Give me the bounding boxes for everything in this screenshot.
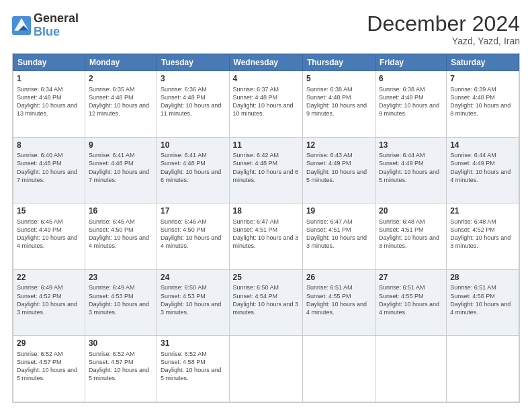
sunset-label: Sunset: 4:48 PM — [161, 160, 206, 167]
calendar-cell: 30 Sunrise: 6:52 AM Sunset: 4:57 PM Dayl… — [85, 336, 157, 402]
sunset-label: Sunset: 4:48 PM — [450, 94, 495, 101]
day-number: 10 — [161, 140, 225, 151]
sunrise-label: Sunrise: 6:38 AM — [379, 86, 425, 93]
day-number: 21 — [450, 206, 515, 217]
calendar-cell: 3 Sunrise: 6:36 AM Sunset: 4:48 PM Dayli… — [157, 71, 229, 138]
day-detail: Sunrise: 6:41 AM Sunset: 4:48 PM Dayligh… — [89, 151, 153, 184]
calendar-cell — [375, 336, 447, 402]
day-detail: Sunrise: 6:51 AM Sunset: 4:55 PM Dayligh… — [306, 283, 371, 316]
daylight-label: Daylight: 10 hours and 5 minutes. — [306, 169, 367, 183]
day-number: 26 — [306, 273, 371, 283]
calendar-header: Sunday Monday Tuesday Wednesday Thursday… — [13, 54, 519, 71]
sunrise-label: Sunrise: 6:52 AM — [17, 351, 63, 357]
sunset-label: Sunset: 4:53 PM — [161, 293, 206, 300]
day-detail: Sunrise: 6:35 AM Sunset: 4:48 PM Dayligh… — [89, 85, 153, 118]
logo-icon — [12, 16, 31, 35]
sunrise-label: Sunrise: 6:50 AM — [161, 284, 207, 291]
daylight-label: Daylight: 10 hours and 4 minutes. — [379, 301, 439, 316]
sunset-label: Sunset: 4:57 PM — [89, 359, 134, 365]
col-wednesday: Wednesday — [229, 54, 302, 71]
calendar-cell: 1 Sunrise: 6:34 AM Sunset: 4:48 PM Dayli… — [13, 71, 85, 138]
sunset-label: Sunset: 4:48 PM — [17, 160, 62, 167]
sunset-label: Sunset: 4:48 PM — [233, 94, 278, 101]
day-number: 17 — [161, 206, 225, 217]
calendar-cell: 22 Sunrise: 6:49 AM Sunset: 4:52 PM Dayl… — [13, 269, 85, 336]
daylight-label: Daylight: 10 hours and 4 minutes. — [306, 301, 367, 316]
sunset-label: Sunset: 4:58 PM — [161, 359, 206, 365]
day-number: 8 — [17, 140, 81, 151]
day-detail: Sunrise: 6:51 AM Sunset: 4:56 PM Dayligh… — [450, 283, 515, 316]
calendar-cell: 15 Sunrise: 6:45 AM Sunset: 4:49 PM Dayl… — [13, 203, 85, 270]
day-number: 22 — [17, 273, 81, 283]
sunrise-label: Sunrise: 6:38 AM — [306, 86, 353, 93]
daylight-label: Daylight: 10 hours and 12 minutes. — [89, 102, 149, 117]
sunset-label: Sunset: 4:49 PM — [306, 160, 351, 167]
calendar-cell: 7 Sunrise: 6:39 AM Sunset: 4:48 PM Dayli… — [447, 71, 519, 138]
calendar-cell — [302, 336, 375, 402]
title-block: December 2024 Yazd, Yazd, Iran — [367, 12, 520, 46]
sunrise-label: Sunrise: 6:48 AM — [379, 218, 425, 225]
calendar-cell: 24 Sunrise: 6:50 AM Sunset: 4:53 PM Dayl… — [157, 269, 229, 336]
sunset-label: Sunset: 4:48 PM — [306, 94, 351, 101]
day-number: 7 — [450, 74, 515, 85]
sunrise-label: Sunrise: 6:50 AM — [233, 284, 279, 291]
day-number: 12 — [306, 140, 371, 151]
col-tuesday: Tuesday — [157, 54, 229, 71]
day-number: 13 — [379, 140, 443, 151]
sunset-label: Sunset: 4:56 PM — [450, 293, 495, 300]
sunrise-label: Sunrise: 6:39 AM — [450, 86, 496, 93]
sunrise-label: Sunrise: 6:35 AM — [89, 86, 135, 93]
col-thursday: Thursday — [302, 54, 375, 71]
day-detail: Sunrise: 6:50 AM Sunset: 4:53 PM Dayligh… — [161, 283, 225, 316]
day-detail: Sunrise: 6:43 AM Sunset: 4:49 PM Dayligh… — [306, 151, 371, 184]
calendar-cell: 6 Sunrise: 6:38 AM Sunset: 4:48 PM Dayli… — [375, 71, 447, 138]
calendar-cell: 26 Sunrise: 6:51 AM Sunset: 4:55 PM Dayl… — [302, 269, 375, 336]
sunrise-label: Sunrise: 6:45 AM — [17, 218, 63, 225]
sunrise-label: Sunrise: 6:49 AM — [17, 284, 63, 291]
day-number: 27 — [379, 273, 443, 283]
sunset-label: Sunset: 4:52 PM — [17, 293, 62, 300]
sunset-label: Sunset: 4:55 PM — [306, 293, 351, 300]
day-number: 30 — [89, 338, 153, 349]
sunset-label: Sunset: 4:48 PM — [161, 94, 206, 101]
sunrise-label: Sunrise: 6:52 AM — [161, 351, 207, 357]
sunset-label: Sunset: 4:49 PM — [450, 160, 495, 167]
day-number: 6 — [379, 74, 443, 85]
calendar-cell: 20 Sunrise: 6:48 AM Sunset: 4:51 PM Dayl… — [375, 203, 447, 270]
day-detail: Sunrise: 6:42 AM Sunset: 4:48 PM Dayligh… — [233, 151, 299, 184]
daylight-label: Daylight: 10 hours and 5 minutes. — [161, 367, 221, 381]
daylight-label: Daylight: 10 hours and 3 minutes. — [306, 234, 367, 249]
day-detail: Sunrise: 6:37 AM Sunset: 4:48 PM Dayligh… — [233, 85, 299, 118]
sunset-label: Sunset: 4:48 PM — [17, 94, 62, 101]
day-number: 14 — [450, 140, 515, 151]
sunset-label: Sunset: 4:49 PM — [17, 226, 62, 233]
sunrise-label: Sunrise: 6:49 AM — [89, 284, 135, 291]
sunset-label: Sunset: 4:48 PM — [89, 160, 134, 167]
day-detail: Sunrise: 6:49 AM Sunset: 4:53 PM Dayligh… — [89, 283, 153, 316]
sunset-label: Sunset: 4:51 PM — [306, 226, 351, 233]
day-detail: Sunrise: 6:39 AM Sunset: 4:48 PM Dayligh… — [450, 85, 515, 118]
calendar-cell: 23 Sunrise: 6:49 AM Sunset: 4:53 PM Dayl… — [85, 269, 157, 336]
calendar-cell: 13 Sunrise: 6:44 AM Sunset: 4:49 PM Dayl… — [375, 137, 447, 203]
day-detail: Sunrise: 6:40 AM Sunset: 4:48 PM Dayligh… — [17, 151, 81, 184]
day-detail: Sunrise: 6:38 AM Sunset: 4:48 PM Dayligh… — [379, 85, 443, 118]
sunset-label: Sunset: 4:49 PM — [379, 160, 424, 167]
col-friday: Friday — [375, 54, 447, 71]
sunrise-label: Sunrise: 6:41 AM — [89, 152, 135, 158]
calendar-cell: 2 Sunrise: 6:35 AM Sunset: 4:48 PM Dayli… — [85, 71, 157, 138]
day-detail: Sunrise: 6:38 AM Sunset: 4:48 PM Dayligh… — [306, 85, 371, 118]
daylight-label: Daylight: 10 hours and 3 minutes. — [379, 234, 439, 249]
sunrise-label: Sunrise: 6:45 AM — [89, 218, 135, 225]
sunset-label: Sunset: 4:50 PM — [89, 226, 134, 233]
calendar-cell: 25 Sunrise: 6:50 AM Sunset: 4:54 PM Dayl… — [229, 269, 302, 336]
day-detail: Sunrise: 6:45 AM Sunset: 4:50 PM Dayligh… — [89, 218, 153, 250]
calendar-cell: 12 Sunrise: 6:43 AM Sunset: 4:49 PM Dayl… — [302, 137, 375, 203]
calendar-cell: 5 Sunrise: 6:38 AM Sunset: 4:48 PM Dayli… — [302, 71, 375, 138]
sunrise-label: Sunrise: 6:47 AM — [306, 218, 353, 225]
daylight-label: Daylight: 10 hours and 3 minutes. — [161, 301, 221, 316]
day-number: 29 — [17, 338, 81, 349]
day-detail: Sunrise: 6:44 AM Sunset: 4:49 PM Dayligh… — [450, 151, 515, 184]
day-number: 31 — [161, 338, 225, 349]
calendar-cell: 14 Sunrise: 6:44 AM Sunset: 4:49 PM Dayl… — [447, 137, 519, 203]
daylight-label: Daylight: 10 hours and 7 minutes. — [89, 169, 149, 183]
